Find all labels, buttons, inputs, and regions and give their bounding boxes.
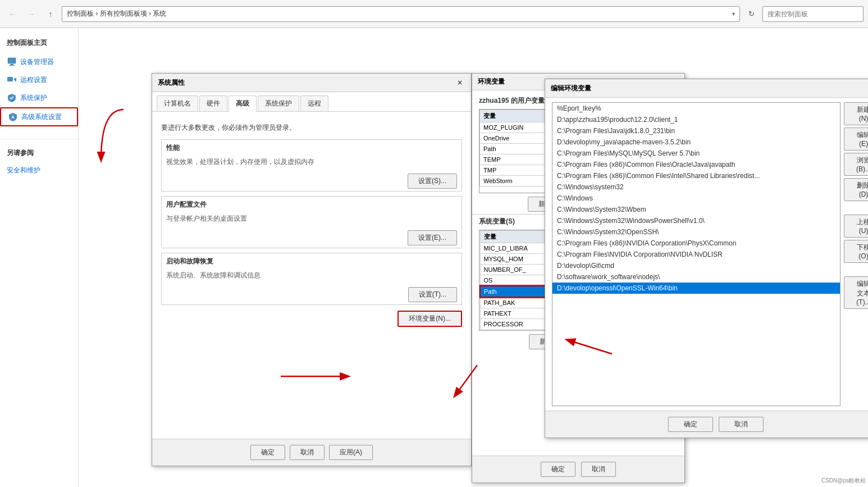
- edit-list-item[interactable]: C:\Windows: [552, 193, 840, 204]
- edit-cancel-btn[interactable]: 取消: [719, 417, 764, 432]
- edit-env-content: %Eport_Ikey%D:\app\zzhua195\product\12.2…: [545, 98, 868, 411]
- address-bar: 控制面板 › 所有控制面板项 › 系统 ▾: [62, 6, 740, 22]
- advanced-icon: A: [8, 112, 18, 122]
- address-dropdown-icon[interactable]: ▾: [732, 11, 735, 17]
- up-button[interactable]: ↑: [43, 6, 58, 22]
- startup-content: 系统启动、系统故障和调试信息: [162, 268, 462, 285]
- sidebar-item-advanced[interactable]: A 高级系统设置: [0, 107, 78, 126]
- sidebar-item-remote[interactable]: 远程设置: [0, 71, 78, 88]
- edit-up-btn[interactable]: 上移(U): [844, 215, 868, 238]
- tab-sys-protect[interactable]: 系统保护: [258, 95, 299, 111]
- content-area: 系统属性 × 计算机名 硬件 高级 系统保护 远程 要进行大多数更改，你必须作为…: [79, 28, 868, 487]
- edit-ok-btn[interactable]: 确定: [668, 417, 713, 432]
- sidebar-item-sys-protect[interactable]: 系统保护: [0, 89, 78, 106]
- sys-props-footer: 确定 取消 应用(A): [152, 439, 471, 466]
- edit-list-item[interactable]: C:\Windows\system32: [552, 181, 840, 193]
- forward-button[interactable]: →: [24, 6, 39, 22]
- explorer-bar: ← → ↑ 控制面板 › 所有控制面板项 › 系统 ▾ ↻: [0, 0, 868, 28]
- startup-title: 启动和故障恢复: [162, 253, 462, 268]
- edit-env-list: %Eport_Ikey%D:\app\zzhua195\product\12.2…: [552, 102, 840, 406]
- edit-list-item[interactable]: C:\Windows\System32\WindowsPowerShell\v1…: [552, 215, 840, 226]
- svg-text:A: A: [11, 115, 15, 120]
- sys-protect-icon: [7, 93, 17, 103]
- user-var-name: TMP: [480, 165, 548, 176]
- edit-list-item[interactable]: C:\Windows\System32\Wbem: [552, 204, 840, 215]
- sys-props-ok[interactable]: 确定: [250, 445, 285, 460]
- edit-delete-btn[interactable]: 删除(D): [844, 178, 868, 201]
- edit-env-buttons: 新建(N) 编辑(E) 浏览(B)... 删除(D) 上移(U) 下移(O) 编…: [840, 98, 868, 411]
- search-input[interactable]: [768, 10, 858, 18]
- env-col-name-header: 变量: [480, 110, 548, 122]
- edit-browse-btn[interactable]: 浏览(B)...: [844, 153, 868, 176]
- sys-protect-label: 系统保护: [20, 93, 47, 103]
- edit-list-item[interactable]: C:\Program Files (x86)\NVIDIA Corporatio…: [552, 238, 840, 249]
- tab-hardware[interactable]: 硬件: [199, 95, 227, 111]
- refresh-button[interactable]: ↻: [743, 6, 759, 22]
- sidebar-bottom: 另请参阅 安全和维护: [0, 139, 78, 179]
- env-vars-cancel[interactable]: 取消: [581, 462, 616, 477]
- edit-list-item[interactable]: %Eport_Ikey%: [552, 103, 840, 114]
- edit-env-footer: 确定 取消: [545, 411, 868, 438]
- edit-list-item[interactable]: C:\Program Files\NVIDIA Corporation\NVID…: [552, 249, 840, 260]
- user-profile-btn-row: 设置(E)...: [162, 228, 462, 248]
- perf-settings-btn[interactable]: 设置(S)...: [408, 174, 457, 189]
- edit-list-item[interactable]: C:\Program Files (x86)\Common Files\Inte…: [552, 170, 840, 181]
- search-box: [762, 6, 864, 22]
- sidebar-item-security[interactable]: 安全和维护: [0, 162, 78, 179]
- sys-props-title-bar: 系统属性 ×: [152, 74, 471, 92]
- edit-list-item[interactable]: C:\Program Files\Java\jdk1.8.0_231\bin: [552, 125, 840, 136]
- svg-marker-4: [13, 78, 16, 82]
- sys-props-close[interactable]: ×: [454, 77, 465, 88]
- edit-edit-btn[interactable]: 编辑(E): [844, 128, 868, 151]
- arrow-advanced: [84, 104, 129, 171]
- edit-list-item[interactable]: D:\software\work_software\nodejs\: [552, 271, 840, 283]
- env-vars-ok[interactable]: 确定: [541, 462, 575, 477]
- env-btn-container: 环境变量(N)...: [161, 311, 462, 327]
- tab-computer-name[interactable]: 计算机名: [157, 95, 198, 111]
- svg-rect-3: [7, 77, 13, 81]
- edit-list-item[interactable]: D:\devolop\my_java\apache-maven-3.5.2\bi…: [552, 136, 840, 148]
- watermark: CSDN@ps酷教程: [821, 477, 866, 485]
- device-mgr-icon: [7, 57, 17, 67]
- edit-list-item[interactable]: C:\Windows\System32\OpenSSH\: [552, 226, 840, 238]
- perf-title: 性能: [162, 140, 462, 155]
- user-profile-section: 用户配置文件 与登录帐户相关的桌面设置 设置(E)...: [161, 196, 462, 248]
- tab-remote[interactable]: 远程: [300, 95, 328, 111]
- sys-props-cancel[interactable]: 取消: [290, 445, 325, 460]
- edit-list-item[interactable]: D:\devolop\openssl\OpenSSL-Win64\bin: [552, 283, 840, 294]
- sidebar: 控制面板主页 设备管理器 远程设置 系统保护: [0, 28, 79, 487]
- back-button[interactable]: ←: [4, 6, 20, 22]
- edit-list-item[interactable]: C:\Program Files\MySQL\MySQL Server 5.7\…: [552, 148, 840, 159]
- edit-list-item[interactable]: D:\devolop\Git\cmd: [552, 260, 840, 271]
- user-var-name: WebStorm: [480, 176, 548, 186]
- remote-icon: [7, 75, 17, 85]
- svg-rect-1: [10, 64, 13, 65]
- remote-label: 远程设置: [20, 75, 47, 85]
- sidebar-item-device-mgr[interactable]: 设备管理器: [0, 53, 78, 70]
- edit-down-btn[interactable]: 下移(O): [844, 240, 868, 263]
- user-profile-content: 与登录帐户相关的桌面设置: [162, 212, 462, 228]
- edit-env-dialog: 编辑环境变量 × %Eport_Ikey%D:\app\zzhua195\pro…: [545, 79, 868, 438]
- startup-btn-row: 设置(T)...: [162, 285, 462, 304]
- tab-advanced[interactable]: 高级: [229, 95, 257, 112]
- address-text: 控制面板 › 所有控制面板项 › 系统: [67, 9, 730, 19]
- env-vars-footer: 确定 取消: [472, 456, 684, 483]
- advanced-label: 高级系统设置: [21, 112, 62, 122]
- edit-text-btn[interactable]: 编辑文本(T)...: [844, 276, 868, 309]
- startup-settings-btn[interactable]: 设置(T)...: [408, 287, 457, 302]
- env-var-btn[interactable]: 环境变量(N)...: [398, 311, 462, 327]
- perf-btn-row: 设置(S)...: [162, 171, 462, 191]
- edit-list-item[interactable]: D:\app\zzhua195\product\12.2.0\client_1: [552, 114, 840, 125]
- edit-new-btn[interactable]: 新建(N): [844, 102, 868, 125]
- security-label: 安全和维护: [7, 166, 40, 175]
- svg-rect-0: [8, 58, 16, 63]
- edit-list-item[interactable]: C:\Program Files (x86)\Common Files\Orac…: [552, 159, 840, 170]
- sys-props-body: 要进行大多数更改，你必须作为管理员登录。 性能 视觉效果，处理器计划，内存使用，…: [152, 112, 471, 334]
- sys-props-apply[interactable]: 应用(A): [329, 445, 373, 460]
- main-layout: 控制面板主页 设备管理器 远程设置 系统保护: [0, 28, 868, 487]
- performance-section: 性能 视觉效果，处理器计划，内存使用，以及虚拟内存 设置(S)...: [161, 139, 462, 192]
- warning-text: 要进行大多数更改，你必须作为管理员登录。: [161, 123, 462, 133]
- edit-env-title-bar: 编辑环境变量 ×: [545, 79, 868, 98]
- user-var-name: MOZ_PLUGIN: [480, 122, 548, 133]
- user-profile-settings-btn[interactable]: 设置(E)...: [408, 230, 457, 245]
